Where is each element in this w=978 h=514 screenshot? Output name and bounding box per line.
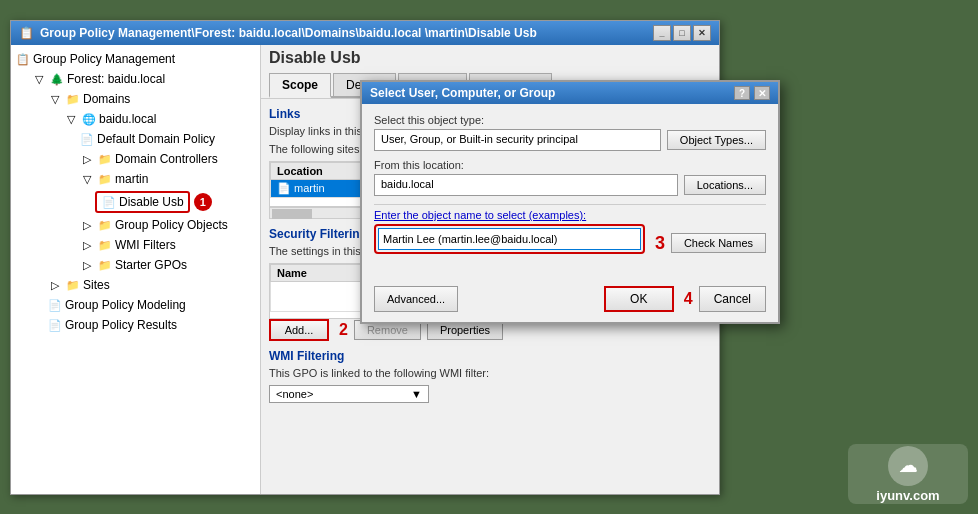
object-types-button[interactable]: Object Types... — [667, 130, 766, 150]
advanced-button[interactable]: Advanced... — [374, 286, 458, 312]
dialog-body: Select this object type: User, Group, or… — [362, 104, 778, 280]
locations-button[interactable]: Locations... — [684, 175, 766, 195]
ok-button[interactable]: OK — [604, 286, 674, 312]
entry-box-highlight — [374, 224, 645, 254]
object-type-textbox: User, Group, or Built-in security princi… — [374, 129, 661, 151]
dialog-title-buttons: ? ✕ — [734, 86, 770, 100]
dialog-close-button[interactable]: ✕ — [754, 86, 770, 100]
cancel-button[interactable]: Cancel — [699, 286, 766, 312]
dialog-overlay: Select User, Computer, or Group ? ✕ Sele… — [0, 0, 978, 514]
step4-badge: 4 — [684, 286, 693, 312]
step3-badge: 3 — [655, 233, 665, 254]
select-user-dialog: Select User, Computer, or Group ? ✕ Sele… — [360, 80, 780, 324]
dialog-footer: Advanced... OK 4 Cancel — [362, 280, 778, 322]
location-textbox: baidu.local — [374, 174, 678, 196]
entry-field[interactable] — [378, 228, 641, 250]
dialog-divider — [374, 204, 766, 205]
location-row: baidu.local Locations... — [374, 174, 766, 196]
dialog-title-bar: Select User, Computer, or Group ? ✕ — [362, 82, 778, 104]
object-type-row: User, Group, or Built-in security princi… — [374, 129, 766, 151]
check-names-button[interactable]: Check Names — [671, 233, 766, 253]
dialog-help-button[interactable]: ? — [734, 86, 750, 100]
dialog-title: Select User, Computer, or Group — [370, 86, 555, 100]
enter-name-label: Enter the object name to select (example… — [374, 209, 766, 221]
footer-spacer — [464, 286, 598, 312]
ok-button-label: OK — [630, 292, 647, 306]
location-label: From this location: — [374, 159, 766, 171]
object-type-label: Select this object type: — [374, 114, 766, 126]
cancel-button-label: Cancel — [714, 292, 751, 306]
enter-name-row: 3 Check Names — [374, 224, 766, 262]
